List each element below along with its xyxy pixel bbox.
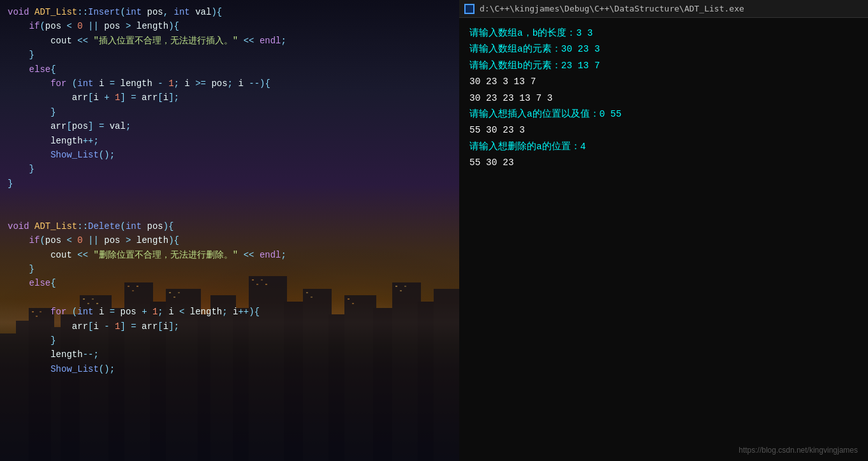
code-line-11: Show_List(); <box>8 148 452 162</box>
code-line-5: else{ <box>8 62 452 77</box>
code-line-17: if(pos < 0 || pos > length){ <box>8 233 452 247</box>
code-line-15 <box>8 205 452 219</box>
code-line-4: } <box>8 48 452 62</box>
code-line-16: void ADT_List::Delete(int pos){ <box>8 219 452 233</box>
terminal-body: 请输入数组a，b的长度：3 3 请输入数组a的元素：30 23 3 请输入数组b… <box>459 18 868 442</box>
code-line-19: } <box>8 262 452 276</box>
terminal-titlebar: d:\C++\kingjames\Debug\C++\DataStructure… <box>459 0 868 18</box>
terminal-line-2: 请输入数组a的元素：30 23 3 <box>469 41 858 57</box>
terminal-line-5: 30 23 23 13 7 3 <box>469 91 858 106</box>
code-line-10: length++; <box>8 134 452 148</box>
terminal-line-6: 请输入想插入a的位置以及值：0 55 <box>469 106 858 122</box>
terminal-panel: d:\C++\kingjames\Debug\C++\DataStructure… <box>459 0 868 461</box>
code-line-1: void ADT_List::Insert(int pos, int val){ <box>8 5 452 19</box>
terminal-line-9: 55 30 23 <box>469 155 858 171</box>
code-line-25: length--; <box>8 348 452 362</box>
terminal-line-3: 请输入数组b的元素：23 13 7 <box>469 58 858 74</box>
code-line-9: arr[pos] = val; <box>8 119 452 133</box>
code-line-2: if(pos < 0 || pos > length){ <box>8 19 452 33</box>
terminal-line-1: 请输入数组a，b的长度：3 3 <box>469 26 858 41</box>
code-line-7: arr[i + 1] = arr[i]; <box>8 91 452 105</box>
code-line-21 <box>8 291 452 305</box>
code-line-23: arr[i - 1] = arr[i]; <box>8 319 452 333</box>
code-line-20: else{ <box>8 276 452 290</box>
code-line-13: } <box>8 177 452 191</box>
code-line-26: Show_List(); <box>8 362 452 376</box>
code-content: void ADT_List::Insert(int pos, int val){… <box>0 0 459 461</box>
code-line-12: } <box>8 162 452 176</box>
code-line-6: for (int i = length - 1; i >= pos; i --)… <box>8 77 452 91</box>
terminal-title: d:\C++\kingjames\Debug\C++\DataStructure… <box>480 4 744 13</box>
code-line-14 <box>8 191 452 205</box>
code-line-24: } <box>8 333 452 348</box>
terminal-line-4: 30 23 3 13 7 <box>469 74 858 90</box>
code-line-8: } <box>8 105 452 119</box>
terminal-line-7: 55 30 23 3 <box>469 122 858 138</box>
code-line-3: cout << "插入位置不合理，无法进行插入。" << endl; <box>8 34 452 48</box>
code-line-22: for (int i = pos + 1; i < length; i++){ <box>8 305 452 319</box>
code-panel: void ADT_List::Insert(int pos, int val){… <box>0 0 459 461</box>
terminal-footer: https://blog.csdn.net/kingvingjames <box>459 442 868 461</box>
terminal-line-8: 请输入想删除的a的位置：4 <box>469 139 858 155</box>
code-line-18: cout << "删除位置不合理，无法进行删除。" << endl; <box>8 248 452 262</box>
watermark: https://blog.csdn.net/kingvingjames <box>739 446 858 455</box>
terminal-icon <box>464 4 474 14</box>
